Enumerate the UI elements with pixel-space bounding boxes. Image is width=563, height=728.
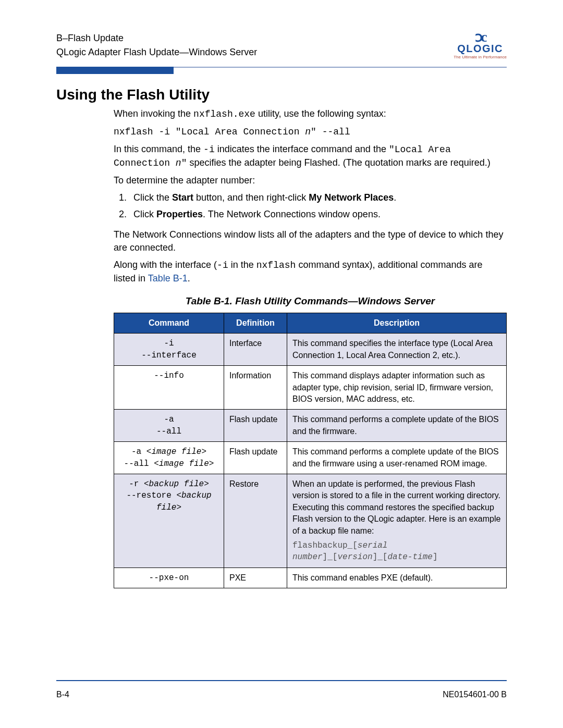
def-cell: Flash update bbox=[224, 410, 287, 442]
desc-cell: This command displays adapter informatio… bbox=[287, 366, 507, 410]
logo-icon: ɔc bbox=[454, 31, 507, 43]
cmd-cell: -a <image file>--all <image file> bbox=[114, 442, 224, 474]
cmd-cell: --pxe-on bbox=[114, 567, 224, 588]
intro-p1: When invoking the nxflash.exe utility, u… bbox=[114, 107, 507, 121]
step-2: Click Properties. The Network Connection… bbox=[129, 208, 507, 221]
header-line2: QLogic Adapter Flash Update—Windows Serv… bbox=[56, 45, 257, 59]
logo-text: QLOGIC bbox=[454, 43, 507, 55]
def-cell: PXE bbox=[224, 567, 287, 588]
table-ref-link[interactable]: Table B-1 bbox=[148, 273, 188, 283]
header-rule bbox=[56, 67, 507, 74]
desc-cell: This command enables PXE (default). bbox=[287, 567, 507, 588]
def-cell: Interface bbox=[224, 334, 287, 366]
th-definition: Definition bbox=[224, 313, 287, 334]
table-row: --pxe-onPXEThis command enables PXE (def… bbox=[114, 567, 507, 588]
intro-p4: The Network Connections window lists all… bbox=[114, 228, 507, 254]
def-cell: Flash update bbox=[224, 442, 287, 474]
table-row: -a--allFlash updateThis command performs… bbox=[114, 410, 507, 442]
syntax-line: nxflash -i "Local Area Connection n" --a… bbox=[114, 126, 507, 139]
steps-list: Click the Start button, and then right-c… bbox=[114, 191, 507, 220]
th-description: Description bbox=[287, 313, 507, 334]
intro-p5: Along with the interface (-i in the nxfl… bbox=[114, 258, 507, 285]
footer-docid: NE0154601-00 B bbox=[443, 690, 507, 699]
step-1: Click the Start button, and then right-c… bbox=[129, 191, 507, 204]
page-footer: B-4 NE0154601-00 B bbox=[56, 690, 507, 699]
table-row: -a <image file>--all <image file>Flash u… bbox=[114, 442, 507, 474]
page-header: B–Flash Update QLogic Adapter Flash Upda… bbox=[56, 31, 507, 59]
def-cell: Information bbox=[224, 366, 287, 410]
table-caption: Table B-1. Flash Utility Commands—Window… bbox=[114, 294, 507, 309]
section-title: Using the Flash Utility bbox=[56, 87, 507, 103]
header-line1: B–Flash Update bbox=[56, 31, 257, 45]
desc-cell: This command performs a complete update … bbox=[287, 442, 507, 474]
cmd-cell: -a--all bbox=[114, 410, 224, 442]
cmd-cell: --info bbox=[114, 366, 224, 410]
cmd-cell: -i--interface bbox=[114, 334, 224, 366]
desc-cell: This command performs a complete update … bbox=[287, 410, 507, 442]
body-content: When invoking the nxflash.exe utility, u… bbox=[114, 107, 507, 588]
table-row: -r <backup file>--restore <backup file>R… bbox=[114, 474, 507, 567]
intro-p2: In this command, the -i indicates the in… bbox=[114, 143, 507, 170]
footer-page: B-4 bbox=[56, 690, 69, 699]
intro-p3: To determine the adapter number: bbox=[114, 174, 507, 187]
logo-tagline: The Ultimate in Performance bbox=[454, 55, 507, 59]
footer-rule bbox=[56, 680, 507, 681]
desc-cell: This command specifies the interface typ… bbox=[287, 334, 507, 366]
commands-table: Command Definition Description -i--inter… bbox=[114, 313, 507, 588]
th-command: Command bbox=[114, 313, 224, 334]
qlogic-logo: ɔc QLOGIC The Ultimate in Performance bbox=[454, 31, 507, 59]
table-row: -i--interfaceInterfaceThis command speci… bbox=[114, 334, 507, 366]
def-cell: Restore bbox=[224, 474, 287, 567]
desc-cell: When an update is performed, the previou… bbox=[287, 474, 507, 567]
table-row: --infoInformationThis command displays a… bbox=[114, 366, 507, 410]
cmd-cell: -r <backup file>--restore <backup file> bbox=[114, 474, 224, 567]
